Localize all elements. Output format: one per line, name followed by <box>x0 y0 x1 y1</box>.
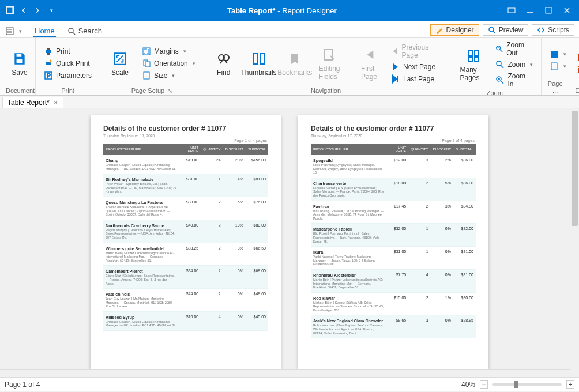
svg-point-11 <box>69 28 73 33</box>
save-button[interactable]: Save <box>6 51 33 77</box>
svg-line-12 <box>73 32 75 35</box>
zoom-plus-button[interactable]: + <box>566 380 574 389</box>
report-date: Thursday, September 17, 2020 <box>311 134 476 138</box>
table-row: Mascarpone FabioliElio Rossi | Formaggi … <box>311 224 476 247</box>
document-tab-label: Table Report* <box>7 99 50 107</box>
tab-home[interactable]: Home <box>33 27 56 37</box>
table-row: Wimmers gute SemmelknödelMartin Bein | P… <box>103 243 268 266</box>
watermark-button[interactable]: ▾ <box>547 61 569 71</box>
bookmarks-button[interactable]: Bookmarks <box>280 51 310 77</box>
prev-page-button[interactable]: Previous Page <box>389 43 442 60</box>
svg-rect-2 <box>508 8 515 13</box>
svg-rect-19 <box>47 53 50 55</box>
svg-rect-25 <box>144 49 149 54</box>
margins-label: Margins <box>154 47 179 55</box>
zoom-button[interactable]: Zoom▾ <box>493 59 535 70</box>
svg-rect-33 <box>254 54 258 64</box>
ribbon-tab-row: ▾ Home Search Designer Preview Scripts <box>0 21 579 38</box>
zoom-in-label: Zoom In <box>507 72 533 88</box>
file-menu-icon[interactable]: ▾ <box>5 27 23 37</box>
svg-rect-52 <box>551 63 557 70</box>
size-button[interactable]: Size▾ <box>140 70 198 81</box>
last-page-button[interactable]: Last Page <box>389 74 442 84</box>
svg-rect-27 <box>145 62 150 67</box>
group-page-label: Page ... <box>547 80 563 94</box>
next-page-button[interactable]: Next Page <box>389 62 442 72</box>
ribbon-display-icon[interactable] <box>507 6 516 14</box>
first-page-button[interactable]: First Page <box>355 47 383 81</box>
ribbon: Save Document Print Quick Print PParamet… <box>0 38 579 96</box>
mode-scripts-label: Scripts <box>548 26 569 34</box>
thumbnails-button[interactable]: Thumbnails <box>243 51 275 77</box>
report-date: Thursday, September 17, 2020 <box>103 134 268 138</box>
undo-icon[interactable] <box>18 5 29 16</box>
find-button[interactable]: Find <box>210 51 238 77</box>
mode-designer-label: Designer <box>446 26 474 34</box>
table-row: Jack's New England Clam ChowderRobb Merc… <box>311 315 476 338</box>
document-tab[interactable]: Table Report* ✕ <box>2 97 63 108</box>
table-row: ChangCharlotte Cooper | Exotic Liquids; … <box>103 155 268 174</box>
quick-print-button[interactable]: Quick Print <box>42 58 94 69</box>
group-export-label: Exp... <box>575 86 579 94</box>
svg-line-46 <box>501 65 503 68</box>
report-table-1: Product/Supplier Unit Price Quantity Dis… <box>103 144 268 331</box>
svg-rect-15 <box>17 54 22 56</box>
col-subtotal: Subtotal <box>453 144 476 155</box>
group-document-label: Document <box>6 86 29 94</box>
tab-search[interactable]: Search <box>66 27 103 37</box>
many-pages-button[interactable]: Many Pages <box>460 48 487 82</box>
svg-rect-39 <box>475 51 479 55</box>
parameters-button[interactable]: PParameters <box>42 70 94 81</box>
horizontal-scrollbar[interactable] <box>0 369 570 377</box>
col-unitprice: Unit Price <box>387 144 409 155</box>
scale-button[interactable]: Scale <box>106 51 134 77</box>
table-row: PavlovaIan Devling | Pavlova, Ltd.; Mark… <box>311 201 476 224</box>
svg-line-50 <box>501 81 503 84</box>
qat-dropdown-icon[interactable]: ▾ <box>46 5 57 16</box>
svg-point-13 <box>489 27 494 32</box>
margins-button[interactable]: Margins▾ <box>140 46 198 56</box>
table-row: Pâté chinoisJean-Guy Lauzon | Ma Maison;… <box>103 289 268 312</box>
page-number-1: Page 1 of 4 pages <box>234 138 267 142</box>
svg-rect-40 <box>468 57 472 61</box>
svg-rect-20 <box>46 62 51 65</box>
col-qty: Quantity <box>201 144 223 155</box>
editing-fields-button[interactable]: Editing Fields <box>315 47 343 81</box>
zoom-in-button[interactable]: Zoom In <box>493 71 535 89</box>
report-page-1: Details of the customer order # 11077 Th… <box>91 115 281 369</box>
zoom-out-button[interactable]: Zoom Out <box>493 40 535 58</box>
mode-scripts[interactable]: Scripts <box>532 24 574 36</box>
chevron-down-icon: ▾ <box>193 61 195 66</box>
print-button[interactable]: Print <box>42 46 94 56</box>
close-tab-icon[interactable]: ✕ <box>53 99 58 107</box>
prev-page-label: Previous Page <box>402 43 440 59</box>
pagesetup-dialog-launcher-icon[interactable]: ⤡ <box>168 88 172 94</box>
svg-rect-16 <box>17 59 23 63</box>
page-color-button[interactable]: ▾ <box>547 49 569 59</box>
mode-designer[interactable]: Designer <box>430 24 479 36</box>
vertical-scrollbar[interactable] <box>570 108 579 377</box>
export-mail-button[interactable]: ▾ <box>575 65 579 75</box>
preview-area[interactable]: Details of the customer order # 11077 Th… <box>0 108 579 377</box>
table-row: Röd KaviarMichael Björn | Svensk Sjöföda… <box>311 292 476 315</box>
zoom-minus-button[interactable]: − <box>480 380 488 389</box>
svg-rect-51 <box>551 51 558 58</box>
mode-preview-label: Preview <box>499 26 524 34</box>
chevron-down-icon: ▾ <box>172 73 175 78</box>
app-icon <box>5 5 15 16</box>
quick-print-label: Quick Print <box>56 59 90 67</box>
close-icon[interactable] <box>563 6 571 14</box>
maximize-icon[interactable] <box>544 6 552 14</box>
redo-icon[interactable] <box>32 5 43 16</box>
minimize-icon[interactable] <box>526 6 534 14</box>
table-row: SpegesildNiels Petersen | Lyngbysild; Sa… <box>311 155 476 178</box>
col-subtotal: Subtotal <box>246 144 268 155</box>
zoom-slider[interactable] <box>492 383 562 386</box>
zoom-out-label: Zoom Out <box>506 41 533 57</box>
orientation-button[interactable]: Orientation▾ <box>140 58 198 69</box>
scrollbar-thumb[interactable] <box>572 111 578 226</box>
mode-preview[interactable]: Preview <box>483 24 529 36</box>
zoom-slider-thumb[interactable] <box>514 381 518 388</box>
export-pdf-button[interactable]: ▾ <box>575 52 579 63</box>
app-title: - Report Designer <box>276 6 337 15</box>
